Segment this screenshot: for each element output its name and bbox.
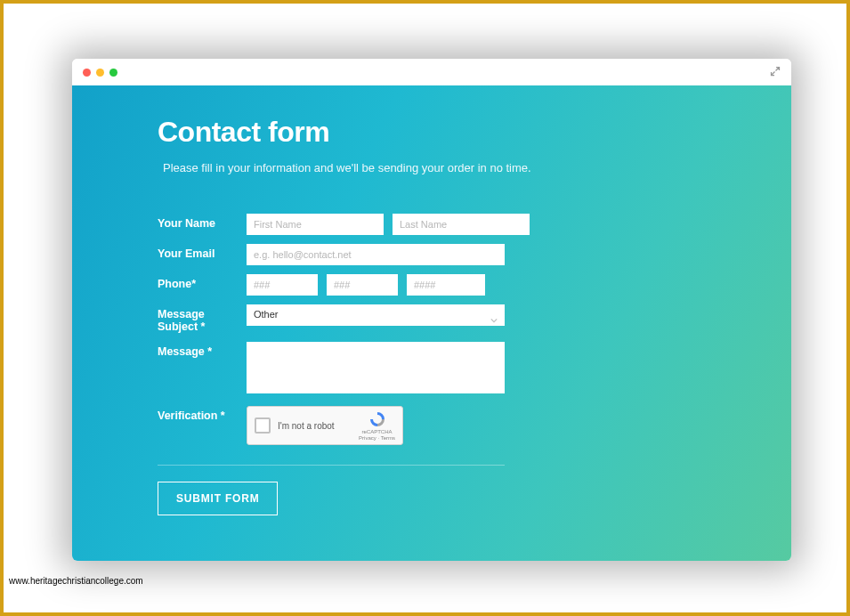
name-row: Your Name — [158, 214, 706, 235]
phone-row: Phone* — [158, 274, 706, 296]
subject-label: Message Subject * — [158, 304, 247, 333]
page-title: Contact form — [158, 116, 706, 149]
page-subtitle: Please fill in your information and we'l… — [163, 161, 706, 174]
recaptcha-links: Privacy · Terms — [359, 435, 395, 441]
message-label: Message * — [158, 342, 247, 358]
minimize-icon[interactable] — [96, 69, 104, 77]
phone-part1-input[interactable] — [247, 274, 318, 296]
recaptcha-brand: reCAPTCHA Privacy · Terms — [359, 410, 395, 441]
browser-window: Contact form Please fill in your informa… — [72, 59, 791, 561]
verification-row: Verification * I'm not a robot — [158, 406, 706, 445]
window-controls — [83, 69, 117, 77]
email-label: Your Email — [158, 244, 247, 260]
verification-label: Verification * — [158, 406, 247, 422]
recaptcha-brand-text: reCAPTCHA — [362, 429, 393, 434]
phone-part3-input[interactable] — [407, 274, 485, 296]
message-textarea[interactable] — [247, 342, 505, 393]
contact-form: Your Name Your Email Phone* — [158, 214, 706, 515]
email-input[interactable] — [247, 244, 505, 265]
subject-row: Message Subject * Other — [158, 304, 706, 333]
recaptcha-label: I'm not a robot — [278, 421, 352, 431]
phone-label: Phone* — [158, 274, 247, 290]
page-frame: Contact form Please fill in your informa… — [0, 0, 850, 616]
submit-button[interactable]: SUBMIT FORM — [158, 482, 278, 515]
form-page: Contact form Please fill in your informa… — [72, 85, 791, 561]
recaptcha-icon — [368, 410, 386, 428]
close-icon[interactable] — [83, 69, 91, 77]
recaptcha-checkbox[interactable] — [255, 417, 271, 434]
subject-value: Other — [247, 304, 505, 324]
maximize-icon[interactable] — [109, 69, 117, 77]
watermark-text: www.heritagechristiancollege.com — [9, 576, 143, 586]
chevron-down-icon — [490, 312, 498, 319]
email-row: Your Email — [158, 244, 706, 265]
subject-select[interactable]: Other — [247, 304, 505, 326]
message-row: Message * — [158, 342, 706, 393]
recaptcha-widget[interactable]: I'm not a robot reCAPTCHA — [247, 406, 403, 445]
fullscreen-icon[interactable] — [770, 66, 781, 78]
browser-title-bar — [72, 59, 791, 85]
name-label: Your Name — [158, 214, 247, 230]
first-name-input[interactable] — [247, 214, 384, 235]
form-divider — [158, 465, 505, 466]
phone-part2-input[interactable] — [327, 274, 398, 296]
last-name-input[interactable] — [393, 214, 530, 235]
